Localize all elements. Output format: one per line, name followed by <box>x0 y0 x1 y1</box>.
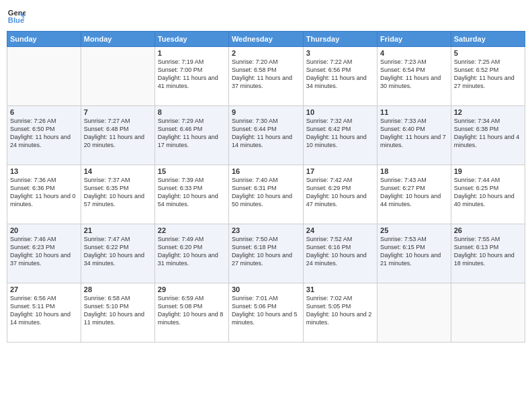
day-number: 2 <box>232 49 300 57</box>
day-info: Sunrise: 7:30 AMSunset: 6:44 PMDaylight:… <box>232 117 300 150</box>
day-number: 23 <box>232 226 300 234</box>
day-info: Sunrise: 6:56 AMSunset: 5:11 PMDaylight:… <box>10 294 78 327</box>
calendar-cell: 13Sunrise: 7:36 AMSunset: 6:36 PMDayligh… <box>7 165 81 224</box>
day-info: Sunrise: 7:27 AMSunset: 6:48 PMDaylight:… <box>84 117 152 150</box>
day-number: 22 <box>158 226 226 234</box>
page: General Blue SundayMondayTuesdayWednesda… <box>0 0 532 411</box>
calendar-cell: 16Sunrise: 7:40 AMSunset: 6:31 PMDayligh… <box>228 165 303 224</box>
calendar-cell: 27Sunrise: 6:56 AMSunset: 5:11 PMDayligh… <box>7 283 81 342</box>
calendar-cell: 2Sunrise: 7:20 AMSunset: 6:58 PMDaylight… <box>228 47 303 106</box>
svg-text:Blue: Blue <box>8 16 24 24</box>
day-of-week-wednesday: Wednesday <box>228 32 303 47</box>
day-of-week-saturday: Saturday <box>451 32 525 47</box>
day-of-week-sunday: Sunday <box>7 32 81 47</box>
calendar-cell: 14Sunrise: 7:37 AMSunset: 6:35 PMDayligh… <box>81 165 154 224</box>
day-number: 30 <box>232 285 300 293</box>
calendar-week-2: 6Sunrise: 7:26 AMSunset: 6:50 PMDaylight… <box>7 106 525 165</box>
calendar-cell: 12Sunrise: 7:34 AMSunset: 6:38 PMDayligh… <box>451 106 525 165</box>
day-of-week-friday: Friday <box>378 32 451 47</box>
day-info: Sunrise: 7:22 AMSunset: 6:56 PMDaylight:… <box>306 58 374 91</box>
calendar-header-row: SundayMondayTuesdayWednesdayThursdayFrid… <box>7 32 525 47</box>
day-of-week-tuesday: Tuesday <box>154 32 228 47</box>
calendar-week-4: 20Sunrise: 7:46 AMSunset: 6:23 PMDayligh… <box>7 224 525 283</box>
day-info: Sunrise: 7:29 AMSunset: 6:46 PMDaylight:… <box>158 117 226 150</box>
calendar-cell <box>451 283 525 342</box>
day-info: Sunrise: 7:40 AMSunset: 6:31 PMDaylight:… <box>232 176 300 209</box>
day-info: Sunrise: 7:44 AMSunset: 6:25 PMDaylight:… <box>454 176 522 209</box>
day-info: Sunrise: 7:53 AMSunset: 6:15 PMDaylight:… <box>380 235 448 268</box>
calendar-cell: 23Sunrise: 7:50 AMSunset: 6:18 PMDayligh… <box>228 224 303 283</box>
calendar-cell: 20Sunrise: 7:46 AMSunset: 6:23 PMDayligh… <box>7 224 81 283</box>
day-info: Sunrise: 7:47 AMSunset: 6:22 PMDaylight:… <box>84 235 152 268</box>
day-number: 10 <box>306 108 374 116</box>
day-number: 25 <box>380 226 448 234</box>
day-number: 31 <box>306 285 374 293</box>
day-info: Sunrise: 7:34 AMSunset: 6:38 PMDaylight:… <box>454 117 522 150</box>
day-number: 3 <box>306 49 374 57</box>
calendar-cell: 31Sunrise: 7:02 AMSunset: 5:05 PMDayligh… <box>303 283 377 342</box>
calendar-cell: 1Sunrise: 7:19 AMSunset: 7:00 PMDaylight… <box>154 47 228 106</box>
calendar-cell: 26Sunrise: 7:55 AMSunset: 6:13 PMDayligh… <box>451 224 525 283</box>
day-number: 21 <box>84 226 152 234</box>
day-number: 16 <box>232 167 300 175</box>
day-number: 6 <box>10 108 78 116</box>
day-info: Sunrise: 7:43 AMSunset: 6:27 PMDaylight:… <box>380 176 448 209</box>
day-number: 18 <box>380 167 448 175</box>
day-number: 4 <box>380 49 448 57</box>
calendar-cell: 9Sunrise: 7:30 AMSunset: 6:44 PMDaylight… <box>228 106 303 165</box>
day-number: 9 <box>232 108 300 116</box>
calendar-cell: 21Sunrise: 7:47 AMSunset: 6:22 PMDayligh… <box>81 224 154 283</box>
header: General Blue <box>7 7 525 26</box>
day-number: 17 <box>306 167 374 175</box>
day-number: 8 <box>158 108 226 116</box>
calendar-cell: 4Sunrise: 7:23 AMSunset: 6:54 PMDaylight… <box>378 47 451 106</box>
day-info: Sunrise: 7:42 AMSunset: 6:29 PMDaylight:… <box>306 176 374 209</box>
day-info: Sunrise: 7:52 AMSunset: 6:16 PMDaylight:… <box>306 235 374 268</box>
day-number: 11 <box>380 108 448 116</box>
calendar-cell: 25Sunrise: 7:53 AMSunset: 6:15 PMDayligh… <box>378 224 451 283</box>
calendar-cell: 19Sunrise: 7:44 AMSunset: 6:25 PMDayligh… <box>451 165 525 224</box>
calendar-cell: 7Sunrise: 7:27 AMSunset: 6:48 PMDaylight… <box>81 106 154 165</box>
calendar-week-1: 1Sunrise: 7:19 AMSunset: 7:00 PMDaylight… <box>7 47 525 106</box>
calendar-cell: 15Sunrise: 7:39 AMSunset: 6:33 PMDayligh… <box>154 165 228 224</box>
calendar-cell: 17Sunrise: 7:42 AMSunset: 6:29 PMDayligh… <box>303 165 377 224</box>
day-number: 1 <box>158 49 226 57</box>
calendar-cell: 11Sunrise: 7:33 AMSunset: 6:40 PMDayligh… <box>378 106 451 165</box>
day-info: Sunrise: 7:39 AMSunset: 6:33 PMDaylight:… <box>158 176 226 209</box>
day-info: Sunrise: 7:36 AMSunset: 6:36 PMDaylight:… <box>10 176 78 209</box>
day-info: Sunrise: 7:37 AMSunset: 6:35 PMDaylight:… <box>84 176 152 209</box>
day-number: 5 <box>454 49 522 57</box>
day-info: Sunrise: 7:20 AMSunset: 6:58 PMDaylight:… <box>232 58 300 91</box>
calendar-cell: 18Sunrise: 7:43 AMSunset: 6:27 PMDayligh… <box>378 165 451 224</box>
day-info: Sunrise: 6:58 AMSunset: 5:10 PMDaylight:… <box>84 294 152 327</box>
calendar-cell <box>378 283 451 342</box>
calendar-week-3: 13Sunrise: 7:36 AMSunset: 6:36 PMDayligh… <box>7 165 525 224</box>
day-number: 20 <box>10 226 78 234</box>
day-info: Sunrise: 6:59 AMSunset: 5:08 PMDaylight:… <box>158 294 226 327</box>
day-of-week-monday: Monday <box>81 32 154 47</box>
calendar-table: SundayMondayTuesdayWednesdayThursdayFrid… <box>7 31 525 342</box>
calendar-cell: 3Sunrise: 7:22 AMSunset: 6:56 PMDaylight… <box>303 47 377 106</box>
day-info: Sunrise: 7:32 AMSunset: 6:42 PMDaylight:… <box>306 117 374 150</box>
calendar-week-5: 27Sunrise: 6:56 AMSunset: 5:11 PMDayligh… <box>7 283 525 342</box>
day-number: 14 <box>84 167 152 175</box>
day-number: 24 <box>306 226 374 234</box>
day-info: Sunrise: 7:55 AMSunset: 6:13 PMDaylight:… <box>454 235 522 268</box>
day-info: Sunrise: 7:02 AMSunset: 5:05 PMDaylight:… <box>306 294 374 327</box>
day-number: 12 <box>454 108 522 116</box>
logo-icon: General Blue <box>7 7 26 26</box>
calendar-cell: 28Sunrise: 6:58 AMSunset: 5:10 PMDayligh… <box>81 283 154 342</box>
calendar-cell: 10Sunrise: 7:32 AMSunset: 6:42 PMDayligh… <box>303 106 377 165</box>
calendar-cell: 8Sunrise: 7:29 AMSunset: 6:46 PMDaylight… <box>154 106 228 165</box>
day-number: 19 <box>454 167 522 175</box>
calendar-cell: 30Sunrise: 7:01 AMSunset: 5:06 PMDayligh… <box>228 283 303 342</box>
day-number: 13 <box>10 167 78 175</box>
day-number: 28 <box>84 285 152 293</box>
calendar-cell <box>81 47 154 106</box>
day-info: Sunrise: 7:19 AMSunset: 7:00 PMDaylight:… <box>158 58 226 91</box>
calendar-cell: 6Sunrise: 7:26 AMSunset: 6:50 PMDaylight… <box>7 106 81 165</box>
calendar-cell: 29Sunrise: 6:59 AMSunset: 5:08 PMDayligh… <box>154 283 228 342</box>
day-info: Sunrise: 7:50 AMSunset: 6:18 PMDaylight:… <box>232 235 300 268</box>
day-number: 26 <box>454 226 522 234</box>
day-info: Sunrise: 7:26 AMSunset: 6:50 PMDaylight:… <box>10 117 78 150</box>
